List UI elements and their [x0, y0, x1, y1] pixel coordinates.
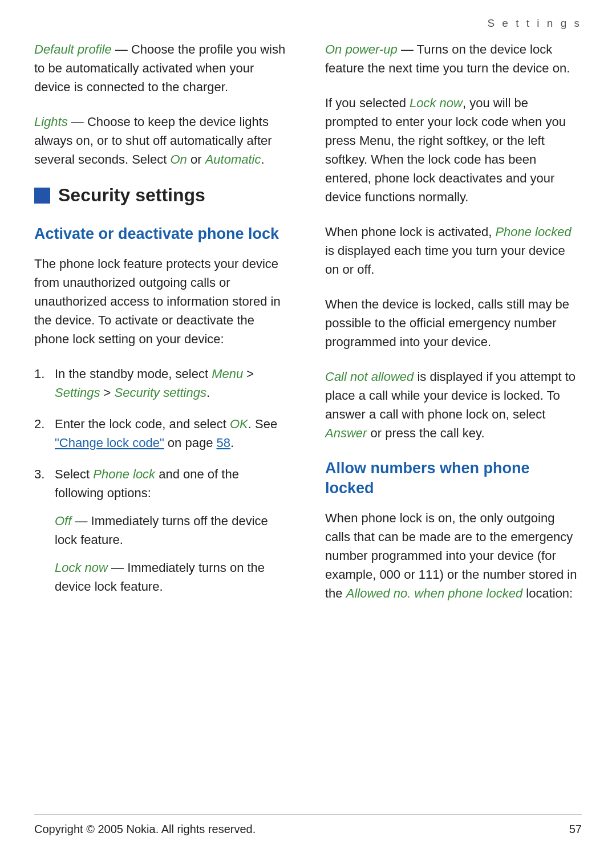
lock-now-text: , you will be prompted to enter your loc… [325, 96, 566, 204]
call-answer-italic: Answer [325, 426, 367, 440]
suboption-off-text: — Immediately turns off the device lock … [55, 514, 268, 547]
phone-locked-italic: Phone locked [495, 225, 571, 239]
step-1-arrow1: > [243, 367, 254, 381]
step-1-end: . [206, 385, 210, 400]
step-3-content: Select Phone lock and one of the followi… [55, 465, 291, 596]
emergency-block: When the device is locked, calls still m… [325, 295, 582, 351]
call-not-allowed-end: or press the call key. [367, 426, 484, 440]
step-1-arrow2: > [100, 385, 115, 400]
step-3-number: 3. [34, 465, 55, 484]
step-2-content: Enter the lock code, and select OK. See … [55, 415, 291, 452]
lights-text3: . [261, 152, 264, 166]
step-1-number: 1. [34, 364, 55, 383]
lights-on-label: On [170, 152, 187, 166]
footer: Copyright © 2005 Nokia. All rights reser… [34, 814, 582, 836]
step-1-security: Security settings [115, 385, 206, 400]
lights-label: Lights [34, 115, 68, 129]
step-2-text4: . [230, 436, 234, 450]
allownumbers-end: location: [522, 586, 573, 600]
suboption-locknow: Lock now — Immediately turns on the devi… [55, 558, 291, 596]
subsection-title-activate: Activate or deactivate phone lock [34, 224, 291, 244]
footer-copyright: Copyright © 2005 Nokia. All rights reser… [34, 823, 256, 836]
step-1-content: In the standby mode, select Menu > Setti… [55, 364, 291, 402]
call-not-allowed-block: Call not allowed is displayed if you att… [325, 367, 582, 442]
allownumbers-italic: Allowed no. when phone locked [346, 586, 522, 600]
header-settings: S e t t i n g s [487, 17, 582, 30]
step-1-settings: Settings [55, 385, 100, 400]
section-square-icon [34, 188, 50, 204]
step-2-page[interactable]: 58 [217, 436, 230, 450]
lights-block: Lights — Choose to keep the device light… [34, 112, 291, 169]
lock-now-selected-block: If you selected Lock now, you will be pr… [325, 94, 582, 206]
steps-list: 1. In the standby mode, select Menu > Se… [34, 364, 291, 596]
footer-page: 57 [569, 823, 582, 836]
default-profile-label: Default profile [34, 42, 112, 56]
step-1-menu: Menu [212, 367, 243, 381]
lights-text2: or [187, 152, 205, 166]
phone-locked-block: When phone lock is activated, Phone lock… [325, 222, 582, 279]
step-3-text1: Select [55, 467, 93, 481]
suboption-powerup-block: On power-up — Turns on the device lock f… [325, 40, 582, 78]
list-item-1: 1. In the standby mode, select Menu > Se… [34, 364, 291, 402]
section-header-security: Security settings [34, 185, 291, 206]
intro-block: The phone lock feature protects your dev… [34, 254, 291, 348]
suboption-off: Off — Immediately turns off the device l… [55, 511, 291, 549]
lights-automatic-label: Automatic [205, 152, 261, 166]
right-column: On power-up — Turns on the device lock f… [308, 40, 616, 619]
left-column: Default profile — Choose the profile you… [0, 40, 308, 619]
step-3-phonelock: Phone lock [93, 467, 155, 481]
lock-now-prefix: If you selected [325, 96, 410, 110]
suboption-locknow-label: Lock now [55, 560, 108, 575]
step-2-ok: OK [230, 417, 248, 431]
allownumbers-intro-block: When phone lock is on, the only outgoing… [325, 509, 582, 603]
header-label: S e t t i n g s [487, 17, 582, 29]
call-not-allowed-italic: Call not allowed [325, 369, 414, 384]
subsection-title-allownumbers: Allow numbers when phone locked [325, 458, 582, 498]
default-profile-block: Default profile — Choose the profile you… [34, 40, 291, 96]
step-2-number: 2. [34, 415, 55, 433]
suboption-powerup-label: On power-up [325, 42, 398, 56]
lock-now-italic: Lock now [410, 96, 463, 110]
step-2-text3: on page [164, 436, 217, 450]
suboption-off-label: Off [55, 514, 71, 528]
list-item-3: 3. Select Phone lock and one of the foll… [34, 465, 291, 596]
step-2-text1: Enter the lock code, and select [55, 417, 230, 431]
list-item-2: 2. Enter the lock code, and select OK. S… [34, 415, 291, 452]
step-1-text1: In the standby mode, select [55, 367, 212, 381]
phone-locked-prefix: When phone lock is activated, [325, 225, 495, 239]
page-container: S e t t i n g s Default profile — Choose… [0, 0, 616, 853]
phone-locked-suffix: is displayed each time you turn your dev… [325, 243, 565, 277]
step-2-text2: . See [248, 417, 277, 431]
step-2-link[interactable]: "Change lock code" [55, 436, 164, 450]
content-wrapper: Default profile — Choose the profile you… [0, 0, 616, 664]
section-title-security: Security settings [58, 185, 205, 206]
